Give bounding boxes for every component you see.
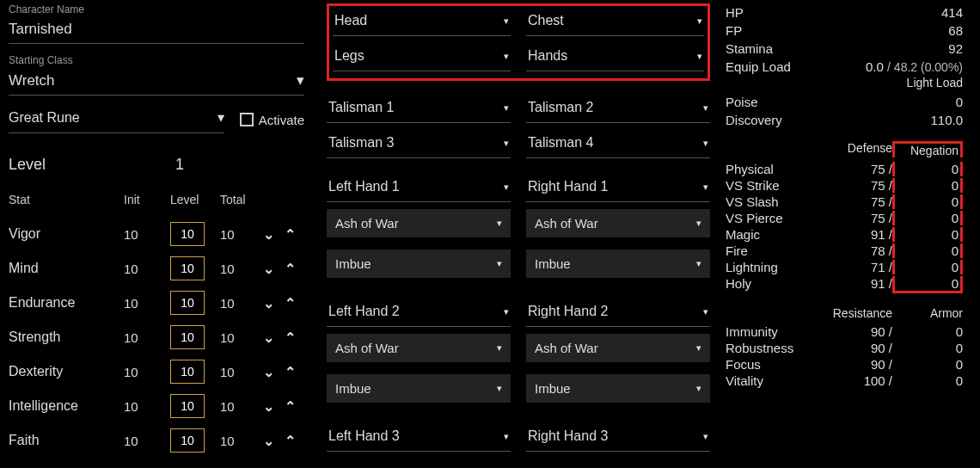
stat-init: 10 [124,399,170,414]
legs-select[interactable]: Legs▾ [333,43,511,71]
stat-init: 10 [124,434,170,448]
defense-header: Defense [822,141,892,157]
fp-label: FP [726,23,742,38]
chevron-down-icon: ▾ [497,342,502,354]
increment-button[interactable]: ⌃ [285,261,296,277]
chevron-down-icon: ▾ [696,218,701,229]
hands-select[interactable]: Hands▾ [526,43,704,71]
decrement-button[interactable]: ⌄ [263,226,274,243]
chevron-down-icon: ▾ [703,138,708,149]
increment-button[interactable]: ⌃ [285,295,296,311]
aow-l1-select[interactable]: Ash of War▾ [327,209,511,237]
talisman1-select[interactable]: Talisman 1▾ [327,95,511,123]
stat-row: Dexterity101010⌄⌃ [9,354,304,389]
resistance-header: Resistance [822,306,892,320]
lefthand3-label: Left Hand 3 [328,428,400,444]
chevron-down-icon: ▾ [497,258,502,269]
stat-row: Faith101010⌄⌃ [9,423,304,458]
chevron-down-icon: ▾ [703,431,708,442]
defense-row: Fire78 /0 [726,243,963,259]
defense-value: 75 / [822,194,892,209]
decrement-button[interactable]: ⌄ [263,261,274,277]
defense-name: Physical [726,162,822,176]
resistance-name: Robustness [726,341,822,355]
aow-r2-select[interactable]: Ash of War▾ [526,334,710,362]
defense-row: Holy91 /0 [726,275,963,294]
discovery-value: 110.0 [930,113,963,127]
imbue-label: Imbue [535,256,571,271]
decrement-button[interactable]: ⌄ [263,295,274,311]
lefthand2-select[interactable]: Left Hand 2▾ [327,299,511,327]
great-rune-select[interactable]: Great Rune ▾ [9,106,224,133]
aow-l2-select[interactable]: Ash of War▾ [327,334,511,362]
activate-checkbox[interactable]: Activate [240,113,304,127]
chevron-down-icon: ▾ [696,342,701,354]
starting-class-select[interactable]: Wretch ▾ [9,68,304,95]
chevron-down-icon: ▾ [504,431,509,442]
head-select[interactable]: Head▾ [333,8,511,36]
talisman2-select[interactable]: Talisman 2▾ [526,95,710,123]
negation-value: 0 [892,211,963,225]
defense-row: Lightning71 /0 [726,259,963,275]
equipload-label: Equip Load [726,59,791,74]
great-rune-label: Great Rune [9,110,80,126]
talisman4-select[interactable]: Talisman 4▾ [526,130,710,158]
imbue-l1-select[interactable]: Imbue▾ [327,249,511,278]
resistance-value: 90 / [822,324,892,339]
righthand2-select[interactable]: Right Hand 2▾ [526,299,710,327]
stat-level-input[interactable]: 10 [170,360,205,384]
talisman3-label: Talisman 3 [328,135,394,151]
header-init: Init [124,193,170,206]
stat-level-input[interactable]: 10 [170,222,205,246]
chevron-down-icon: ▾ [504,51,509,62]
level-value: 1 [175,156,184,174]
stat-level-input[interactable]: 10 [170,256,205,280]
chevron-down-icon: ▾ [504,306,509,317]
increment-button[interactable]: ⌃ [285,433,296,449]
resistance-name: Immunity [726,324,822,339]
character-name-input[interactable]: Tarnished [9,17,304,44]
imbue-r2-select[interactable]: Imbue▾ [526,374,710,403]
chevron-down-icon: ▾ [504,102,509,114]
hands-label: Hands [528,48,567,64]
defense-name: VS Pierce [726,211,822,225]
righthand3-select[interactable]: Right Hand 3▾ [526,423,710,452]
character-name-label: Character Name [9,3,304,15]
aow-label: Ash of War [535,216,598,231]
imbue-r1-select[interactable]: Imbue▾ [526,249,710,278]
increment-button[interactable]: ⌃ [285,364,296,380]
defense-value: 91 / [822,276,892,293]
talisman3-select[interactable]: Talisman 3▾ [327,130,511,158]
imbue-l2-select[interactable]: Imbue▾ [327,374,511,403]
hp-value: 414 [941,5,963,20]
lefthand1-select[interactable]: Left Hand 1▾ [327,174,511,202]
resistance-value: 90 / [822,357,892,372]
stat-level-input[interactable]: 10 [170,428,205,453]
stat-init: 10 [124,262,170,276]
righthand1-select[interactable]: Right Hand 1▾ [526,174,710,202]
negation-value: 0 [892,227,963,242]
lefthand3-select[interactable]: Left Hand 3▾ [327,423,511,452]
imbue-label: Imbue [335,381,371,396]
resistance-value: 90 / [822,341,892,355]
stat-level-input[interactable]: 10 [170,394,205,418]
negation-value: 0 [892,243,963,258]
poise-value: 0 [956,95,963,109]
chest-select[interactable]: Chest▾ [526,8,704,36]
decrement-button[interactable]: ⌄ [263,364,274,380]
armor-header: Armor [892,306,963,320]
armor-value: 0 [892,373,963,388]
stat-level-input[interactable]: 10 [170,325,205,349]
decrement-button[interactable]: ⌄ [263,398,274,415]
stat-level-input[interactable]: 10 [170,291,205,315]
chevron-down-icon: ▾ [703,182,708,193]
defense-row: VS Slash75 /0 [726,194,963,210]
increment-button[interactable]: ⌃ [285,329,296,346]
increment-button[interactable]: ⌃ [285,398,296,415]
header-total: Total [220,193,263,206]
aow-r1-select[interactable]: Ash of War▾ [526,209,710,237]
increment-button[interactable]: ⌃ [285,226,296,243]
stamina-label: Stamina [726,41,773,56]
decrement-button[interactable]: ⌄ [263,433,274,449]
decrement-button[interactable]: ⌄ [263,329,274,346]
